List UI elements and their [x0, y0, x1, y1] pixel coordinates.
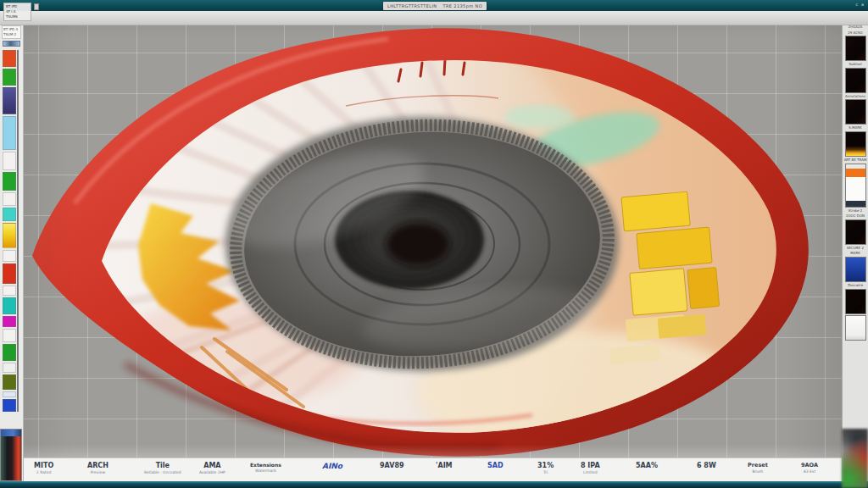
material-thumb-white[interactable]: [845, 315, 866, 341]
palette-caption: Annotations: [843, 94, 867, 99]
palette-caption: Subtool: [843, 62, 867, 67]
status-bar: MITO2 Rated ARCHPreview TileReliable · U…: [24, 458, 842, 481]
color-swatch-blue[interactable]: [3, 399, 16, 412]
status-item[interactable]: 8 IPALimited: [581, 462, 600, 474]
app-window: LHLTTRGTTRSTTELIN TRE 2135pm NO c a BT I…: [0, 0, 868, 488]
material-thumb-orange-stripe[interactable]: [845, 164, 866, 208]
palette-caption: ART BE TRAM: [843, 158, 867, 163]
material-thumb-black[interactable]: [845, 68, 866, 93]
color-swatch-sky[interactable]: [3, 116, 16, 150]
menu-bar: [0, 11, 868, 25]
document-icon[interactable]: [34, 3, 39, 10]
status-item[interactable]: ExtensionsWatermark: [250, 462, 281, 473]
status-item[interactable]: ARCHPreview: [87, 462, 108, 474]
palette-caption: 29 ACSO: [843, 30, 867, 36]
color-swatch-orange[interactable]: [3, 50, 16, 67]
status-item[interactable]: TileReliable · Uncoated: [144, 462, 181, 474]
status-item[interactable]: 9AV89: [380, 462, 404, 469]
material-thumb-black[interactable]: [845, 219, 866, 245]
palette-caption: S.MARK: [843, 125, 867, 130]
material-thumb-black[interactable]: [845, 99, 866, 125]
material-thumb-black[interactable]: [845, 289, 866, 314]
color-swatch-teal[interactable]: [3, 297, 16, 314]
status-item[interactable]: 31%Tri: [537, 462, 554, 474]
color-swatch-blank[interactable]: [3, 363, 16, 373]
color-swatch-olive[interactable]: [3, 374, 16, 390]
palette-caption: SECURE 2: [843, 246, 867, 251]
palette-caption: MARK: [843, 251, 867, 256]
material-thumb-blue[interactable]: [845, 257, 866, 282]
palette-caption: 2OOC DON: [843, 214, 867, 219]
corner-color-preview: [842, 429, 868, 488]
left-color-rail: BT IPD 4 TSUM 2: [0, 22, 24, 488]
gradient-picker-panel[interactable]: [0, 429, 22, 481]
color-swatch-paleblue[interactable]: [3, 391, 16, 397]
viewport-canvas[interactable]: [24, 25, 842, 458]
status-item[interactable]: 'AIM: [436, 462, 453, 469]
window-title-left: LHLTTRGTTRSTTELIN: [387, 3, 437, 8]
window-corner-label: c a: [856, 2, 865, 7]
status-item[interactable]: 9AOAA3 Ext: [801, 462, 818, 474]
eye-render-object[interactable]: [24, 25, 842, 458]
toolbox-header[interactable]: BT IPD 4P I A TSUMS: [3, 3, 31, 21]
material-thumb-black[interactable]: [845, 36, 866, 61]
color-swatch-green[interactable]: [3, 69, 16, 86]
status-item[interactable]: 6 8W: [697, 462, 716, 469]
color-swatch-magenta[interactable]: [3, 316, 16, 327]
color-swatch-blank[interactable]: [3, 286, 16, 296]
palette-caption: Zoocwire: [843, 283, 867, 288]
color-swatch-column: [3, 50, 19, 412]
bottom-chrome-bar: [0, 481, 868, 488]
right-palette-rail: 2HGA2A 29 ACSO Subtool Annotations S.MAR…: [842, 22, 868, 488]
status-item[interactable]: AINo: [322, 462, 342, 470]
gradient-picker-gradient[interactable]: [1, 436, 21, 480]
gradient-picker-blue-bar[interactable]: [1, 430, 21, 436]
status-item[interactable]: AMAAvailable 2HP: [199, 462, 225, 474]
color-swatch-gold[interactable]: [3, 223, 16, 248]
status-item[interactable]: SAD: [487, 462, 504, 469]
color-swatch-green3[interactable]: [3, 344, 16, 361]
material-thumb-glow[interactable]: [845, 131, 866, 157]
color-swatch-green2[interactable]: [3, 172, 16, 191]
palette-caption: Stroke 2: [843, 208, 867, 214]
left-rail-header[interactable]: BT IPD 4 TSUM 2: [2, 25, 21, 39]
color-swatch-blank[interactable]: [3, 329, 16, 342]
color-swatch-blank[interactable]: [3, 250, 16, 262]
color-swatch-red[interactable]: [3, 263, 16, 284]
window-title-right: TRE 2135pm NO: [442, 3, 482, 8]
status-item[interactable]: PresetBrush: [748, 462, 768, 474]
status-item[interactable]: MITO2 Rated: [34, 462, 53, 474]
color-swatch-cyan[interactable]: [3, 208, 16, 221]
status-item[interactable]: 5AA%: [636, 462, 658, 469]
left-rail-slider[interactable]: [3, 41, 20, 47]
window-title: LHLTTRGTTRSTTELIN TRE 2135pm NO: [383, 2, 487, 10]
color-swatch-indigo[interactable]: [3, 87, 16, 114]
color-swatch-blank[interactable]: [3, 152, 16, 170]
color-swatch-blank[interactable]: [3, 192, 16, 206]
